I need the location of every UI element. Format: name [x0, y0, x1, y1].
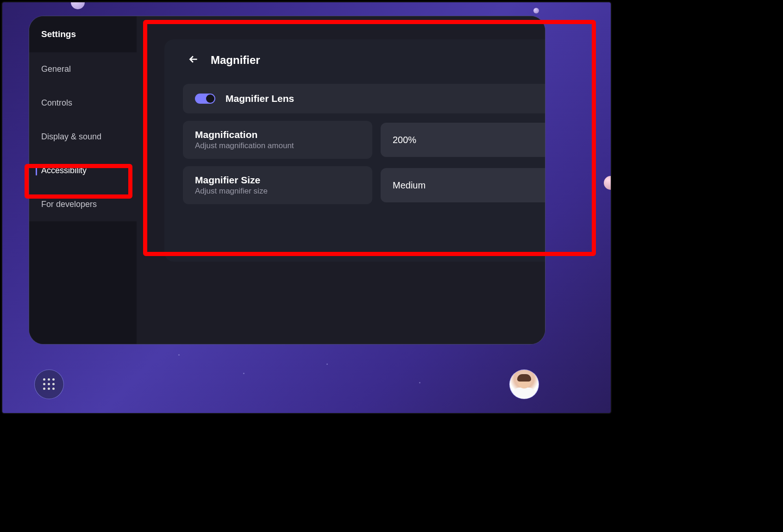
setting-subtitle: Adjust magnifier size	[195, 187, 360, 196]
setting-row-magnifier-size: Magnifier Size Adjust magnifier size Med…	[183, 166, 545, 204]
sidebar-item-label: Controls	[41, 98, 72, 107]
user-avatar-button[interactable]	[509, 369, 539, 399]
setting-info: Magnifier Size Adjust magnifier size	[183, 166, 372, 204]
planet-decoration-right	[604, 176, 612, 190]
arrow-left-icon	[188, 53, 200, 67]
sidebar-item-general[interactable]: General	[29, 52, 137, 86]
setting-subtitle: Adjust magnification amount	[195, 141, 360, 150]
sidebar-item-label: For developers	[41, 200, 97, 209]
sidebar-item-label: Accessibility	[41, 166, 87, 175]
magnifier-lens-toggle[interactable]	[195, 94, 215, 104]
desktop-background: Settings General Controls Display & soun…	[1, 1, 612, 414]
magnifier-panel: Magnifier Magnifier Lens Magnification A…	[164, 39, 545, 262]
star-decoration	[243, 373, 244, 374]
back-button[interactable]	[188, 53, 200, 67]
settings-sidebar: Settings General Controls Display & soun…	[29, 16, 137, 344]
sidebar-item-label: Display & sound	[41, 132, 101, 141]
avatar-hair	[517, 374, 531, 382]
settings-window: Settings General Controls Display & soun…	[29, 16, 545, 344]
planet-decoration-small	[533, 8, 539, 13]
star-decoration	[326, 363, 328, 365]
sidebar-header: Settings	[29, 16, 137, 52]
sidebar-item-controls[interactable]: Controls	[29, 86, 137, 120]
dropdown-value: Medium	[393, 180, 426, 191]
setting-label: Magnifier Lens	[226, 93, 294, 104]
avatar-body	[513, 388, 535, 399]
panel-header: Magnifier	[183, 53, 545, 67]
dropdown-value: 200%	[393, 135, 416, 145]
star-decoration	[419, 382, 420, 383]
sidebar-item-accessibility[interactable]: Accessibility	[29, 154, 137, 188]
sidebar-item-label: General	[41, 64, 71, 74]
app-grid-icon	[43, 378, 55, 390]
app-grid-button[interactable]	[34, 369, 64, 399]
sidebar-item-display-sound[interactable]: Display & sound	[29, 120, 137, 154]
magnification-dropdown[interactable]: 200%	[381, 123, 545, 157]
settings-main-content: Magnifier Magnifier Lens Magnification A…	[137, 16, 545, 344]
planet-decoration	[71, 1, 85, 9]
setting-title: Magnification	[195, 129, 360, 140]
star-decoration	[178, 354, 180, 356]
setting-title: Magnifier Size	[195, 175, 360, 186]
panel-title: Magnifier	[211, 54, 260, 67]
sidebar-item-for-developers[interactable]: For developers	[29, 188, 137, 221]
setting-row-magnification: Magnification Adjust magnification amoun…	[183, 121, 545, 159]
setting-row-magnifier-lens: Magnifier Lens	[183, 84, 545, 113]
toggle-knob	[206, 94, 214, 103]
setting-info: Magnification Adjust magnification amoun…	[183, 121, 372, 159]
magnifier-size-dropdown[interactable]: Medium	[381, 168, 545, 202]
